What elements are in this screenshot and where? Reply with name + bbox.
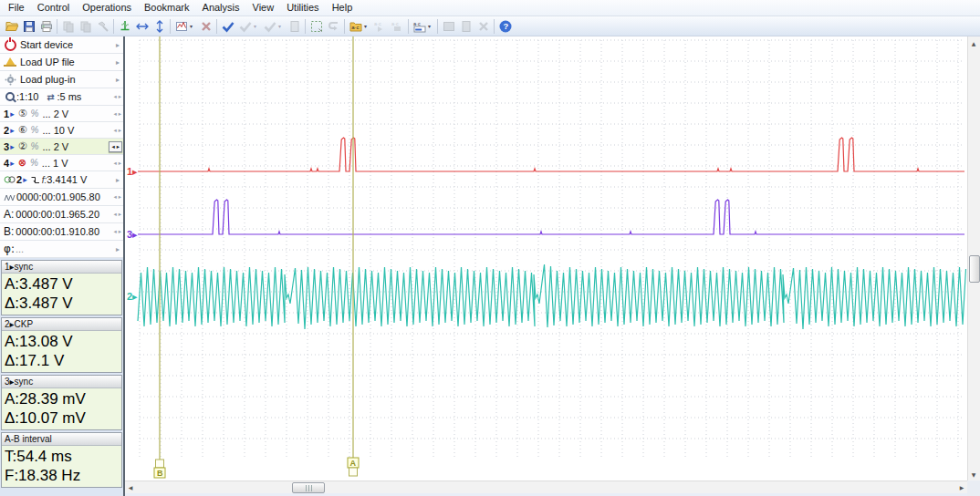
channel-range-spinner[interactable]: ◂▸ — [109, 141, 122, 152]
accept-all-icon-dropdown[interactable]: ▾ — [278, 23, 286, 29]
attenuator-icon: % — [30, 158, 38, 168]
svg-text:a·c: a·c — [374, 20, 381, 26]
load-script-icon-dropdown[interactable]: ▾ — [364, 23, 371, 29]
svg-text:B: B — [157, 469, 163, 478]
measurement-value: A:13.08 V — [2, 332, 121, 351]
measurement-value: T:54.4 ms — [2, 447, 121, 466]
channel-range-value: ... 10 V — [42, 125, 74, 136]
menu-bookmark[interactable]: Bookmark — [138, 0, 196, 16]
svg-text:?: ? — [503, 21, 508, 31]
channel-list: 1▸⑤%... 2 V◂▸2▸⑥%... 10 V◂▸3▸②%... 2 V◂▸… — [0, 106, 123, 171]
remove-analysis-icon[interactable] — [197, 18, 214, 35]
select-region-icon[interactable] — [308, 18, 325, 35]
waveform-plot[interactable]: 1▸3▸2▸BA — [125, 36, 967, 480]
channel-range-spinner[interactable]: ◂▸ — [113, 110, 121, 118]
wizard-hat-icon — [4, 56, 16, 68]
menu-utilities[interactable]: Utilities — [280, 0, 325, 16]
panel-values: A:28.39 mVΔ:10.07 mV — [2, 388, 121, 429]
zoom-timebase-row[interactable]: :1:10 ⇄ :5 ms ◂▸ — [0, 88, 123, 106]
attenuator-icon: % — [31, 141, 39, 151]
open-file-icon[interactable] — [3, 18, 20, 35]
fit-horizontal-icon[interactable] — [133, 18, 151, 35]
chevron-right-icon: ▸ — [116, 176, 120, 184]
save-icon[interactable] — [20, 18, 37, 35]
cursor-b-row[interactable]: B: 0000:00:01.910.80 ◂▸ — [0, 223, 123, 241]
scroll-down-button[interactable]: ▼ — [968, 468, 979, 480]
copy-frame-icon[interactable] — [59, 18, 77, 35]
menu-operations[interactable]: Operations — [76, 0, 138, 16]
channel-4-row[interactable]: 4▸⊗%... 1 V◂▸ — [0, 155, 123, 171]
cursor-a-flag[interactable]: A — [348, 458, 359, 476]
vertical-scroll-thumb[interactable] — [969, 255, 980, 283]
channel-range-spinner[interactable]: ◂▸ — [113, 160, 121, 167]
fit-vertical-icon[interactable] — [151, 18, 168, 35]
trigger-row[interactable]: 2▸ f: 3.4141 V ▸ — [0, 171, 123, 189]
script-panel-icon[interactable]: a·c — [411, 18, 428, 35]
tools-icon[interactable] — [94, 18, 111, 35]
load-plugin-button[interactable]: Load plug-in ▸ — [0, 71, 123, 88]
accept-icon[interactable] — [219, 18, 236, 35]
horizontal-scroll-thumb[interactable] — [292, 482, 325, 493]
accept-next-icon-dropdown[interactable]: ▾ — [254, 23, 261, 29]
scroll-up-button[interactable]: ▲ — [968, 36, 979, 49]
trace-ch2 — [138, 264, 966, 329]
measurement-value: A:3.487 V — [2, 274, 121, 294]
probe-number-icon: ⑥ — [18, 124, 27, 136]
channel-3-row[interactable]: 3▸②%... 2 V◂▸ — [0, 139, 123, 155]
menu-view[interactable]: View — [246, 0, 281, 16]
analysis-mode-icon-dropdown[interactable]: ▾ — [190, 23, 197, 29]
accept-next-icon[interactable] — [236, 18, 254, 35]
arrow-icon: ▸ — [23, 175, 27, 184]
phase-row[interactable]: φ: ... ▸ — [0, 241, 123, 258]
menu-help[interactable]: Help — [326, 0, 360, 16]
export-image-icon[interactable] — [440, 18, 457, 35]
cursor-b-flag[interactable]: B — [154, 460, 165, 478]
cursor-b-time: 0000:00:01.910.80 — [16, 226, 99, 237]
channel-2-row[interactable]: 2▸⑥%... 10 V◂▸ — [0, 122, 123, 139]
help-icon[interactable]: ? — [496, 18, 514, 35]
scroll-right-button[interactable]: ▶ — [956, 481, 967, 492]
probe-zero-icon[interactable] — [116, 18, 133, 35]
channel-range-spinner[interactable]: ◂▸ — [113, 127, 121, 134]
menu-control[interactable]: Control — [31, 0, 76, 16]
load-up-file-button[interactable]: Load UP file ▸ — [0, 54, 123, 71]
row-spinner[interactable]: ◂▸ — [113, 93, 121, 100]
menu-file[interactable]: File — [2, 0, 31, 16]
svg-text:A: A — [350, 459, 357, 468]
load-up-file-label: Load UP file — [20, 57, 75, 67]
row-spinner[interactable]: ◂▸ — [113, 193, 121, 201]
measurement-panel-4: A-B intervalT:54.4 msF:18.38 Hz — [1, 432, 122, 488]
row-spinner[interactable]: ◂▸ — [113, 211, 121, 218]
stop-script-icon[interactable]: a·c — [389, 18, 406, 35]
analysis-mode-icon[interactable] — [172, 18, 190, 35]
accept-all-icon[interactable] — [261, 18, 278, 35]
report-icon[interactable] — [286, 18, 303, 35]
script-panel-icon-dropdown[interactable]: ▾ — [428, 23, 435, 29]
svg-text:a·c: a·c — [351, 25, 359, 30]
start-device-button[interactable]: Start device ▸ — [0, 36, 123, 54]
thumb-grip-icon — [306, 485, 312, 491]
horizontal-scrollbar[interactable]: ◀ ▶ — [125, 480, 967, 493]
channel-1-row[interactable]: 1▸⑤%... 2 V◂▸ — [0, 106, 123, 122]
menu-analysis[interactable]: Analysis — [196, 0, 246, 16]
paste-frame-icon[interactable] — [77, 18, 94, 35]
arrow-icon: ▸ — [10, 109, 15, 119]
waveform-icon — [4, 191, 16, 203]
run-script-icon[interactable]: a·c — [371, 18, 389, 35]
toolbar-separator — [494, 19, 495, 34]
vertical-scrollbar[interactable]: ▲ ▼ — [967, 36, 980, 480]
cursor-a-row[interactable]: A: 0000:00:01.965.20 ◂▸ — [0, 206, 123, 223]
svg-text:a·c: a·c — [391, 20, 399, 26]
revert-icon[interactable] — [325, 18, 342, 35]
toolbar-separator — [408, 19, 409, 34]
print-icon[interactable] — [37, 18, 55, 35]
export-doc-icon[interactable] — [457, 18, 474, 35]
channel-number: 2 — [4, 125, 9, 136]
load-plugin-label: Load plug-in — [20, 74, 76, 85]
row-spinner[interactable]: ◂▸ — [113, 228, 121, 235]
scroll-left-button[interactable]: ◀ — [125, 481, 136, 492]
delete-record-icon[interactable] — [474, 18, 492, 35]
measurement-value: Δ:17.1 V — [2, 351, 121, 370]
load-script-icon[interactable]: a·c — [347, 18, 364, 35]
position-time-row[interactable]: 0000:00:01.905.80 ◂▸ — [0, 189, 123, 206]
